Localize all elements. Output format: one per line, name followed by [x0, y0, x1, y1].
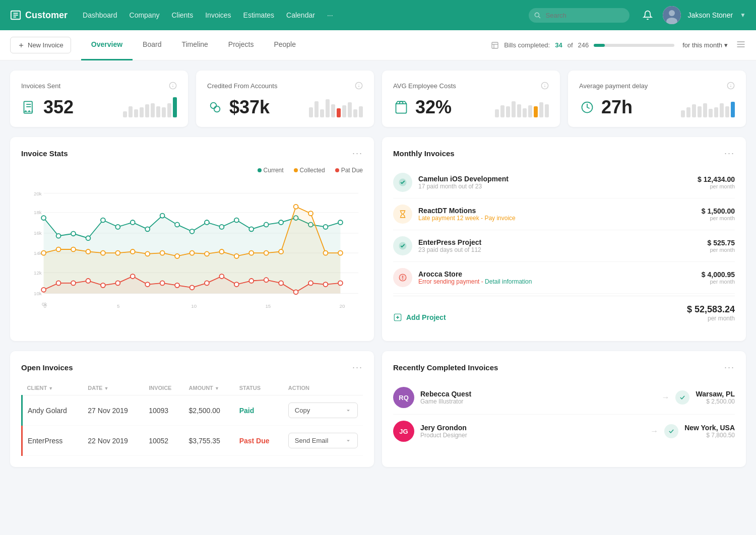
svg-point-107 — [160, 281, 165, 285]
search-wrapper — [529, 8, 629, 23]
svg-point-116 — [294, 290, 298, 294]
header-right: Jakson Stoner ▼ — [640, 6, 746, 24]
col-date: DATE ▼ — [83, 381, 144, 395]
svg-point-82 — [115, 251, 120, 255]
svg-point-115 — [279, 281, 283, 285]
svg-point-81 — [101, 251, 105, 255]
new-invoice-button[interactable]: New Invoice — [10, 37, 71, 53]
svg-point-118 — [323, 282, 328, 287]
svg-point-80 — [86, 249, 90, 254]
search-input[interactable] — [529, 8, 629, 23]
svg-text:14k: 14k — [34, 250, 42, 256]
col-amount: AMOUNT ▼ — [184, 381, 234, 395]
open-invoices-menu[interactable]: ··· — [352, 362, 363, 373]
svg-point-94 — [294, 205, 298, 209]
svg-point-83 — [131, 249, 135, 254]
svg-point-30 — [544, 84, 545, 85]
svg-text:10k: 10k — [34, 291, 42, 296]
nav-calendar[interactable]: Calendar — [286, 11, 315, 19]
completed-panel-menu[interactable]: ··· — [724, 362, 735, 373]
date-cell: 22 Nov 2019 — [83, 426, 144, 456]
svg-point-106 — [145, 282, 150, 287]
svg-text:16k: 16k — [34, 230, 42, 236]
svg-point-89 — [219, 249, 224, 254]
svg-point-74 — [323, 225, 328, 229]
bottom-panels: Open Invoices ··· CLIENT ▼ DATE ▼ INVOIC… — [10, 351, 746, 467]
svg-point-55 — [41, 216, 46, 220]
svg-point-112 — [234, 282, 239, 287]
svg-point-125 — [402, 279, 403, 280]
stat-chart-4 — [681, 97, 735, 117]
app-header: Customer Dashboard Company Clients Invoi… — [0, 0, 756, 30]
svg-point-19 — [172, 84, 173, 85]
col-client: CLIENT ▼ — [22, 381, 83, 395]
svg-point-113 — [249, 279, 254, 283]
svg-point-86 — [175, 254, 179, 258]
logo: Customer — [10, 10, 68, 21]
invoice-cell: 10052 — [144, 426, 183, 456]
nav-company[interactable]: Company — [130, 11, 160, 19]
tab-board[interactable]: Board — [133, 30, 171, 60]
hamburger-icon[interactable] — [736, 39, 746, 51]
svg-point-117 — [308, 281, 313, 285]
invoice-cell: 10093 — [144, 395, 183, 426]
check-icon-green2 — [393, 236, 412, 255]
svg-point-119 — [338, 281, 343, 285]
tab-people[interactable]: People — [264, 30, 306, 60]
nav-clients[interactable]: Clients — [171, 11, 193, 19]
col-invoice: INVOICE — [144, 381, 183, 395]
svg-point-87 — [190, 251, 195, 255]
bills-of: of — [568, 41, 573, 49]
svg-point-88 — [205, 251, 209, 256]
monthly-panel-menu[interactable]: ··· — [724, 148, 735, 159]
detail-info-link[interactable]: Detail information — [485, 278, 532, 285]
panel-menu-dots[interactable]: ··· — [352, 148, 363, 159]
status-cell: Past Due — [234, 426, 283, 456]
svg-point-97 — [338, 251, 343, 255]
month-dropdown[interactable]: for this month ▾ — [682, 41, 728, 49]
tab-projects[interactable]: Projects — [218, 30, 264, 60]
sub-tabs: Overview Board Timeline Projects People — [81, 30, 491, 60]
svg-point-61 — [131, 220, 135, 225]
nav-estimates[interactable]: Estimates — [243, 11, 274, 19]
bills-total: 246 — [578, 41, 589, 49]
nav-dashboard[interactable]: Dashboard — [83, 11, 117, 19]
monthly-total: $ 52,583.24 — [687, 304, 735, 315]
svg-point-79 — [71, 247, 76, 252]
svg-text:20: 20 — [340, 303, 345, 309]
send-email-button[interactable]: Send Email — [288, 433, 358, 448]
svg-point-7 — [669, 10, 675, 16]
copy-button[interactable]: Copy — [288, 403, 358, 418]
avatar — [663, 6, 681, 24]
recently-completed-panel: Recently Completed Invoices ··· RQ Rebec… — [382, 351, 746, 467]
svg-point-101 — [71, 281, 76, 285]
client-cell: EnterPress — [22, 426, 83, 456]
stat-card-credited: Credited From Accounts $37k — [196, 71, 374, 127]
nav-invoices[interactable]: Invoices — [205, 11, 231, 19]
info-icon — [727, 82, 735, 90]
svg-point-70 — [264, 222, 269, 227]
receipt-icon — [21, 99, 37, 115]
table-row: Andy Golard 27 Nov 2019 10093 $2,500.00 … — [22, 395, 363, 426]
notification-icon[interactable] — [640, 7, 656, 23]
svg-point-66 — [205, 220, 209, 225]
col-action: ACTION — [283, 381, 363, 395]
clock-icon — [579, 99, 595, 115]
tab-timeline[interactable]: Timeline — [171, 30, 218, 60]
svg-point-56 — [56, 234, 61, 238]
action-cell: Copy — [283, 395, 363, 426]
chart-legend: Current Collected Pat Due — [21, 167, 363, 174]
svg-point-99 — [41, 288, 46, 292]
nav-more[interactable]: ··· — [327, 11, 333, 19]
svg-point-64 — [175, 222, 179, 227]
svg-rect-11 — [492, 42, 498, 48]
svg-point-109 — [190, 285, 195, 290]
svg-point-75 — [338, 220, 343, 225]
svg-point-77 — [41, 251, 46, 255]
add-project-button[interactable]: Add Project — [393, 306, 446, 322]
svg-point-71 — [279, 220, 283, 225]
table-row: EnterPress 22 Nov 2019 10052 $3,755.35 P… — [22, 426, 363, 456]
tab-overview[interactable]: Overview — [81, 30, 133, 60]
svg-text:5: 5 — [117, 303, 120, 309]
svg-text:20k: 20k — [34, 191, 42, 196]
